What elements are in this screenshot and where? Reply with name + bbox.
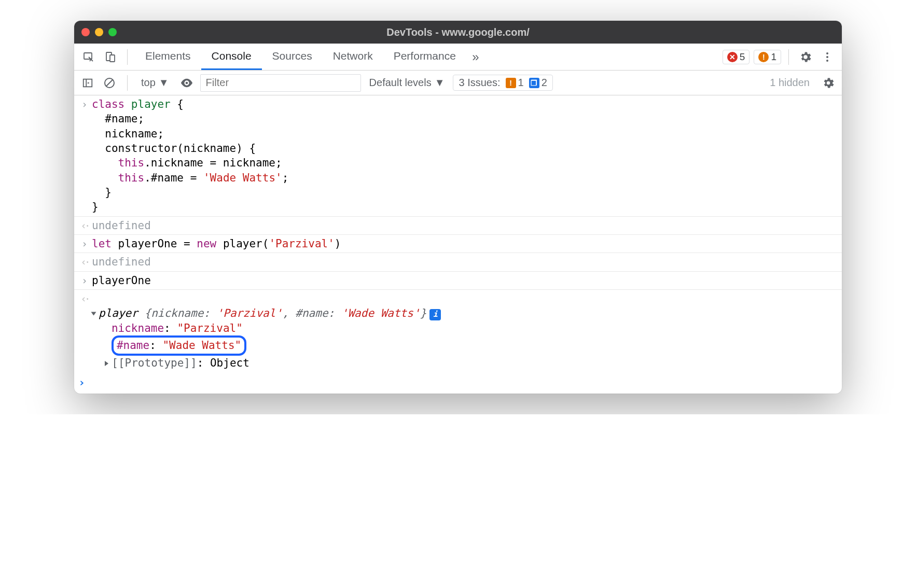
console-input-row[interactable]: let playerOne = new player('Parzival')	[74, 235, 842, 253]
warning-icon: !	[506, 78, 516, 88]
divider	[127, 49, 128, 65]
disclosure-triangle-icon[interactable]	[91, 312, 96, 316]
svg-point-8	[185, 81, 188, 84]
window-title: DevTools - www.google.com/	[74, 26, 842, 38]
divider	[788, 49, 789, 65]
input-marker-icon	[77, 97, 92, 215]
status-badges: ✕ 5 ! 1	[723, 50, 781, 64]
divider	[127, 75, 128, 91]
log-levels-selector[interactable]: Default levels ▼	[366, 76, 448, 90]
chevron-down-icon: ▼	[435, 77, 445, 89]
input-marker-icon	[77, 273, 92, 288]
prompt-icon: ›	[78, 376, 85, 389]
object-property-key[interactable]: #name	[117, 339, 149, 352]
output-marker-icon	[77, 291, 92, 370]
console-output-row: undefined	[74, 217, 842, 235]
object-result[interactable]: player {nickname: 'Parzival', #name: 'Wa…	[92, 291, 838, 370]
inspect-icon[interactable]	[79, 48, 98, 66]
console-output-row: undefined	[74, 253, 842, 271]
issues-label: 3 Issues:	[459, 77, 500, 89]
object-property-value: "Wade Watts"	[162, 339, 241, 352]
svg-point-3	[826, 52, 828, 54]
console-prompt[interactable]: ›	[74, 372, 842, 394]
device-toggle-icon[interactable]	[101, 48, 120, 66]
live-expression-icon[interactable]	[178, 75, 195, 91]
context-label: top	[141, 77, 156, 89]
clear-console-icon[interactable]	[101, 75, 118, 91]
main-toolbar: Elements Console Sources Network Perform…	[74, 44, 842, 71]
issues-info: ❐ 2	[529, 77, 547, 89]
context-selector[interactable]: top ▼	[137, 76, 173, 90]
tab-sources[interactable]: Sources	[262, 44, 323, 70]
errors-count: 5	[740, 51, 745, 63]
info-icon[interactable]: i	[429, 309, 441, 320]
issues-warn: ! 1	[506, 77, 524, 89]
code-line: let playerOne = new player('Parzival')	[92, 236, 838, 251]
titlebar: DevTools - www.google.com/	[74, 21, 842, 44]
console-subtoolbar: top ▼ Default levels ▼ 3 Issues: ! 1 ❐ 2…	[74, 71, 842, 95]
tab-network[interactable]: Network	[323, 44, 383, 70]
output-marker-icon	[77, 255, 92, 269]
code-line: playerOne	[92, 273, 838, 288]
input-marker-icon	[77, 236, 92, 251]
console-output-row: player {nickname: 'Parzival', #name: 'Wa…	[74, 290, 842, 372]
warnings-count: 1	[771, 51, 776, 63]
console-input-row[interactable]: playerOne	[74, 272, 842, 290]
result-undefined: undefined	[92, 218, 838, 233]
console-input-row[interactable]: class player { #name; nickname; construc…	[74, 95, 842, 217]
svg-point-5	[826, 60, 828, 62]
console-settings-icon[interactable]	[820, 75, 837, 91]
sidebar-toggle-icon[interactable]	[79, 75, 96, 91]
tab-elements[interactable]: Elements	[135, 44, 201, 70]
error-icon: ✕	[727, 52, 738, 62]
svg-rect-0	[84, 53, 92, 59]
info-icon: ❐	[529, 78, 539, 88]
issues-button[interactable]: 3 Issues: ! 1 ❐ 2	[453, 75, 552, 91]
svg-rect-2	[110, 55, 115, 62]
result-undefined: undefined	[92, 255, 838, 269]
hidden-messages-label: 1 hidden	[770, 77, 810, 89]
settings-icon[interactable]	[796, 48, 815, 66]
prototype-label[interactable]: [[Prototype]]	[112, 357, 197, 369]
tab-console[interactable]: Console	[201, 44, 262, 70]
console-output: class player { #name; nickname; construc…	[74, 95, 842, 394]
code-block: class player { #name; nickname; construc…	[92, 97, 838, 215]
chevron-down-icon: ▼	[159, 77, 169, 89]
tabs-overflow-button[interactable]: »	[466, 44, 485, 70]
disclosure-triangle-icon[interactable]	[105, 361, 108, 366]
highlighted-private-field: #name: "Wade Watts"	[112, 335, 246, 355]
output-marker-icon	[77, 218, 92, 233]
object-property-value: "Parzival"	[177, 322, 242, 334]
kebab-menu-icon[interactable]	[818, 48, 837, 66]
warning-icon: !	[758, 52, 769, 62]
devtools-window: DevTools - www.google.com/ Elements Cons…	[74, 21, 842, 394]
warnings-badge[interactable]: ! 1	[754, 50, 781, 64]
svg-point-4	[826, 56, 828, 58]
object-property-key[interactable]: nickname	[112, 322, 164, 334]
filter-input[interactable]	[200, 74, 361, 92]
panel-tabs: Elements Console Sources Network Perform…	[135, 44, 719, 70]
tab-performance[interactable]: Performance	[383, 44, 466, 70]
log-levels-label: Default levels	[369, 77, 432, 89]
svg-point-9	[827, 81, 830, 85]
errors-badge[interactable]: ✕ 5	[723, 50, 750, 64]
